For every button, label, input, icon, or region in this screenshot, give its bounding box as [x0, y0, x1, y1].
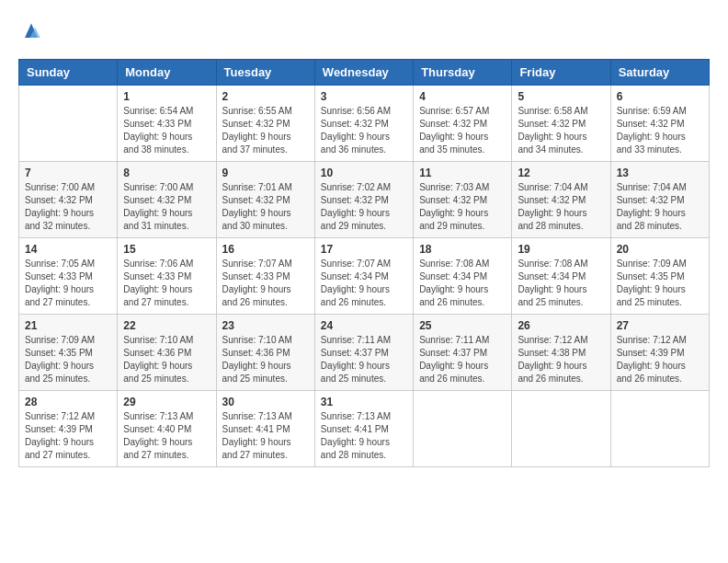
cell-info: Sunrise: 7:00 AMSunset: 4:32 PMDaylight:… [25, 181, 111, 233]
calendar-table: SundayMondayTuesdayWednesdayThursdayFrid… [18, 59, 710, 467]
day-number: 15 [123, 243, 210, 256]
weekday-header-saturday: Saturday [610, 60, 709, 86]
weekday-header-sunday: Sunday [19, 60, 118, 86]
day-number: 30 [222, 396, 309, 408]
calendar-cell: 15Sunrise: 7:06 AMSunset: 4:33 PMDayligh… [118, 238, 216, 315]
weekday-header-monday: Monday [118, 60, 216, 86]
weekday-header-wednesday: Wednesday [314, 60, 413, 86]
cell-info: Sunrise: 7:02 AMSunset: 4:32 PMDaylight:… [321, 181, 407, 233]
cell-info: Sunrise: 6:57 AMSunset: 4:32 PMDaylight:… [419, 105, 506, 156]
calendar-cell: 1Sunrise: 6:54 AMSunset: 4:33 PMDaylight… [118, 86, 216, 162]
logo-icon [18, 18, 44, 44]
day-number: 29 [123, 396, 210, 408]
day-number: 19 [518, 243, 604, 256]
day-number: 31 [321, 396, 407, 408]
day-number: 13 [617, 167, 703, 179]
day-number: 24 [321, 319, 407, 332]
cell-info: Sunrise: 7:08 AMSunset: 4:34 PMDaylight:… [518, 258, 604, 309]
cell-info: Sunrise: 7:08 AMSunset: 4:34 PMDaylight:… [419, 258, 506, 309]
day-number: 20 [617, 243, 703, 256]
weekday-header-thursday: Thursday [414, 60, 512, 86]
cell-info: Sunrise: 7:00 AMSunset: 4:32 PMDaylight:… [123, 181, 210, 233]
cell-info: Sunrise: 7:11 AMSunset: 4:37 PMDaylight:… [419, 334, 506, 385]
day-number: 3 [321, 90, 407, 103]
day-number: 21 [25, 319, 111, 332]
cell-info: Sunrise: 7:04 AMSunset: 4:32 PMDaylight:… [617, 181, 703, 233]
cell-info: Sunrise: 7:06 AMSunset: 4:33 PMDaylight:… [123, 258, 210, 309]
calendar-cell: 21Sunrise: 7:09 AMSunset: 4:35 PMDayligh… [19, 315, 118, 391]
cell-info: Sunrise: 6:59 AMSunset: 4:32 PMDaylight:… [617, 105, 703, 156]
calendar-cell [610, 391, 709, 467]
cell-info: Sunrise: 7:10 AMSunset: 4:36 PMDaylight:… [222, 334, 309, 385]
weekday-header-friday: Friday [512, 60, 610, 86]
cell-info: Sunrise: 7:04 AMSunset: 4:32 PMDaylight:… [518, 181, 604, 233]
cell-info: Sunrise: 7:13 AMSunset: 4:41 PMDaylight:… [321, 410, 407, 462]
calendar-week-row: 7Sunrise: 7:00 AMSunset: 4:32 PMDaylight… [19, 162, 710, 238]
calendar-cell: 14Sunrise: 7:05 AMSunset: 4:33 PMDayligh… [19, 238, 118, 315]
cell-info: Sunrise: 7:10 AMSunset: 4:36 PMDaylight:… [123, 334, 210, 385]
calendar-cell: 13Sunrise: 7:04 AMSunset: 4:32 PMDayligh… [610, 162, 709, 238]
calendar-cell: 4Sunrise: 6:57 AMSunset: 4:32 PMDaylight… [414, 86, 512, 162]
day-number: 5 [518, 90, 604, 103]
calendar-cell: 24Sunrise: 7:11 AMSunset: 4:37 PMDayligh… [314, 315, 413, 391]
cell-info: Sunrise: 7:12 AMSunset: 4:38 PMDaylight:… [518, 334, 604, 385]
day-number: 18 [419, 243, 506, 256]
calendar-cell [19, 86, 118, 162]
calendar-week-row: 1Sunrise: 6:54 AMSunset: 4:33 PMDaylight… [19, 86, 710, 162]
cell-info: Sunrise: 7:12 AMSunset: 4:39 PMDaylight:… [617, 334, 703, 385]
cell-info: Sunrise: 6:56 AMSunset: 4:32 PMDaylight:… [321, 105, 407, 156]
cell-info: Sunrise: 6:54 AMSunset: 4:33 PMDaylight:… [123, 105, 210, 156]
day-number: 11 [419, 167, 506, 179]
calendar-cell: 29Sunrise: 7:13 AMSunset: 4:40 PMDayligh… [118, 391, 216, 467]
cell-info: Sunrise: 7:07 AMSunset: 4:34 PMDaylight:… [321, 258, 407, 309]
day-number: 7 [25, 167, 111, 179]
cell-info: Sunrise: 7:13 AMSunset: 4:41 PMDaylight:… [222, 410, 309, 462]
calendar-header-row: SundayMondayTuesdayWednesdayThursdayFrid… [19, 60, 710, 86]
calendar-cell: 28Sunrise: 7:12 AMSunset: 4:39 PMDayligh… [19, 391, 118, 467]
calendar-week-row: 28Sunrise: 7:12 AMSunset: 4:39 PMDayligh… [19, 391, 710, 467]
calendar-cell: 25Sunrise: 7:11 AMSunset: 4:37 PMDayligh… [414, 315, 512, 391]
calendar-cell: 11Sunrise: 7:03 AMSunset: 4:32 PMDayligh… [414, 162, 512, 238]
weekday-header-tuesday: Tuesday [216, 60, 314, 86]
cell-info: Sunrise: 6:58 AMSunset: 4:32 PMDaylight:… [518, 105, 604, 156]
calendar-cell: 17Sunrise: 7:07 AMSunset: 4:34 PMDayligh… [314, 238, 413, 315]
cell-info: Sunrise: 7:03 AMSunset: 4:32 PMDaylight:… [419, 181, 506, 233]
cell-info: Sunrise: 7:05 AMSunset: 4:33 PMDaylight:… [25, 258, 111, 309]
calendar-cell [414, 391, 512, 467]
day-number: 2 [222, 90, 309, 103]
calendar-cell: 31Sunrise: 7:13 AMSunset: 4:41 PMDayligh… [314, 391, 413, 467]
calendar-cell: 6Sunrise: 6:59 AMSunset: 4:32 PMDaylight… [610, 86, 709, 162]
calendar-cell: 18Sunrise: 7:08 AMSunset: 4:34 PMDayligh… [414, 238, 512, 315]
day-number: 25 [419, 319, 506, 332]
day-number: 22 [123, 319, 210, 332]
calendar-cell: 5Sunrise: 6:58 AMSunset: 4:32 PMDaylight… [512, 86, 610, 162]
page-header [18, 18, 710, 44]
calendar-cell: 8Sunrise: 7:00 AMSunset: 4:32 PMDaylight… [118, 162, 216, 238]
day-number: 9 [222, 167, 309, 179]
logo [18, 18, 46, 44]
calendar-cell: 27Sunrise: 7:12 AMSunset: 4:39 PMDayligh… [610, 315, 709, 391]
calendar-cell: 22Sunrise: 7:10 AMSunset: 4:36 PMDayligh… [118, 315, 216, 391]
cell-info: Sunrise: 7:11 AMSunset: 4:37 PMDaylight:… [321, 334, 407, 385]
calendar-cell: 10Sunrise: 7:02 AMSunset: 4:32 PMDayligh… [314, 162, 413, 238]
cell-info: Sunrise: 7:09 AMSunset: 4:35 PMDaylight:… [617, 258, 703, 309]
calendar-week-row: 14Sunrise: 7:05 AMSunset: 4:33 PMDayligh… [19, 238, 710, 315]
day-number: 23 [222, 319, 309, 332]
day-number: 26 [518, 319, 604, 332]
day-number: 1 [123, 90, 210, 103]
calendar-cell: 20Sunrise: 7:09 AMSunset: 4:35 PMDayligh… [610, 238, 709, 315]
calendar-cell: 16Sunrise: 7:07 AMSunset: 4:33 PMDayligh… [216, 238, 314, 315]
cell-info: Sunrise: 7:12 AMSunset: 4:39 PMDaylight:… [25, 410, 111, 462]
day-number: 28 [25, 396, 111, 408]
day-number: 12 [518, 167, 604, 179]
calendar-cell: 12Sunrise: 7:04 AMSunset: 4:32 PMDayligh… [512, 162, 610, 238]
day-number: 6 [617, 90, 703, 103]
day-number: 27 [617, 319, 703, 332]
calendar-cell: 19Sunrise: 7:08 AMSunset: 4:34 PMDayligh… [512, 238, 610, 315]
cell-info: Sunrise: 7:09 AMSunset: 4:35 PMDaylight:… [25, 334, 111, 385]
day-number: 8 [123, 167, 210, 179]
day-number: 17 [321, 243, 407, 256]
calendar-cell [512, 391, 610, 467]
day-number: 4 [419, 90, 506, 103]
calendar-cell: 30Sunrise: 7:13 AMSunset: 4:41 PMDayligh… [216, 391, 314, 467]
